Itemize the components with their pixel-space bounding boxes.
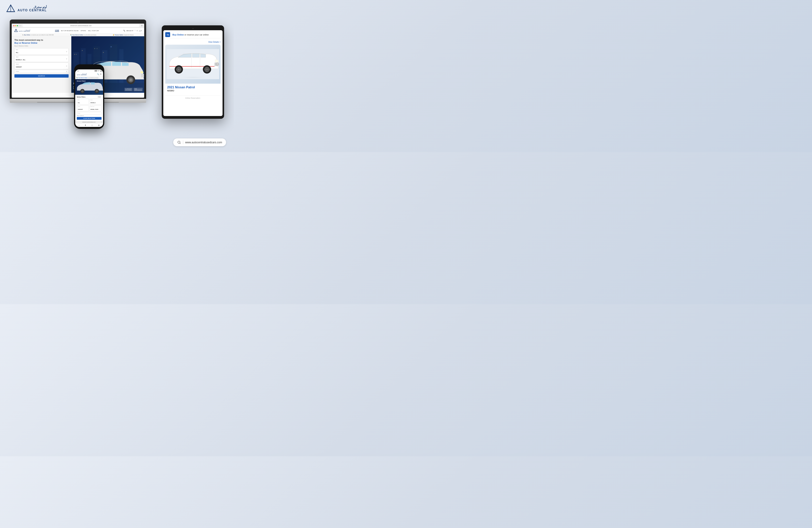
budget-arrow-icon: ∨	[66, 70, 67, 72]
phone-menu-icon[interactable]: ☰	[100, 73, 102, 75]
search-sidebar: The most convenient way to Buy or Reserv…	[12, 36, 71, 93]
phone-subnav-icon: 🏪	[76, 77, 78, 79]
filter-row-2: Variant VARIANT Model Year MODEL YEAR	[77, 105, 102, 111]
phone-url-text[interactable]: showroom.autocentraluae.com	[77, 122, 101, 123]
phone-back-btn[interactable]: ‹	[76, 122, 77, 123]
model-value: MODELS - ALL	[16, 59, 26, 60]
make-field[interactable]: Make ALL ∨	[14, 48, 69, 55]
search-button[interactable]: SEARCH	[14, 74, 69, 77]
finance-icon: 💰	[113, 34, 114, 35]
phone-back-nav-icon[interactable]: ‹	[79, 124, 79, 126]
wifi-icon: WiFi	[98, 70, 100, 72]
model-field[interactable]: Model MODELS - ALL ∨	[14, 55, 69, 62]
logo-arabic: أوتو سنترال	[17, 5, 47, 9]
phone-status-bar: 4:22 ▐▐▐ WiFi ▮▮	[75, 69, 103, 72]
filters-title: Refine Filters	[77, 96, 85, 98]
site-navigation: HOME BUY OR RESERVE ONLINE OFFERS SELL Y…	[55, 30, 99, 32]
tablet-device: 🛍 Buy Online or reserve your car online …	[162, 25, 224, 119]
phone-url-bar: ‹ showroom.autocentraluae.com ↻	[75, 121, 103, 123]
tablet-screen: 🛍 Buy Online or reserve your car online …	[163, 30, 222, 116]
browser-url-bar[interactable]: showroom.autocentraluae.com	[23, 24, 140, 27]
nav-buy-reserve[interactable]: BUY OR RESERVE ONLINE	[61, 30, 78, 31]
site-logo-english: AUTO CENTRAL	[19, 31, 30, 32]
svg-line-62	[180, 143, 180, 144]
hero-badges: AL MASAOODEXCLUSIVE★ FREEREGISTRATION	[124, 88, 143, 91]
sort-button[interactable]: Sort	[98, 96, 102, 98]
phone-variant-value: VARIANT	[78, 109, 83, 110]
phone-notch	[84, 66, 94, 69]
phone-search-icon[interactable]: 🔍	[97, 73, 99, 75]
signal-icon: ▐▐▐	[94, 70, 97, 72]
phone-model-field[interactable]: Model MODELS	[90, 99, 102, 105]
phone-bottom-nav: ‹ ⬆ □ ⊞	[75, 123, 103, 127]
subnav-finance-text: enquire for finance	[124, 34, 134, 35]
variant-arrow-icon: ∨	[66, 65, 67, 67]
phone-subnav: 🏪 Free Click & Collect on all vehicle pu…	[75, 76, 103, 79]
phone-logo-english: AUTO CENTRAL	[77, 74, 87, 75]
logo-icon	[6, 4, 16, 14]
phone-icon: 📞	[124, 30, 125, 31]
subnav-buy-text: or reserve your car online for only 1500…	[31, 34, 54, 35]
sidebar-heading: The most convenient way to Buy or Reserv…	[14, 39, 69, 45]
cart-icon: 🛍	[165, 32, 170, 37]
svg-point-61	[178, 141, 180, 143]
share-icon[interactable]: ⬆	[141, 25, 143, 27]
phone-time: 4:22	[77, 70, 79, 72]
back-button[interactable]: ‹	[19, 25, 19, 27]
view-details-row: View Details >	[165, 40, 221, 43]
car-card: ♡	[165, 45, 221, 101]
phone-make-field[interactable]: Make ALL	[77, 99, 89, 105]
budget-field[interactable]: Budget ∨	[14, 70, 69, 73]
browser-dots	[13, 25, 18, 26]
wishlist-heart-icon[interactable]: ♡	[216, 46, 219, 50]
phone-bookmark-nav-icon[interactable]: □	[91, 124, 93, 126]
tablet-header: 🛍 Buy Online or reserve your car online	[165, 32, 221, 39]
variant-field[interactable]: Variant VARIANT ∨	[14, 62, 69, 69]
view-details-link[interactable]: View Details >	[208, 41, 221, 43]
subnav-collect-text: on all vehicle purchases	[84, 34, 96, 35]
phone-filters-section: Refine Filters Sort Make ALL Model MODEL…	[75, 95, 103, 121]
site-contact: 📞 800 222 47 ♡ 0 عربي	[124, 30, 142, 31]
tablet-header-text: Buy Online or reserve your car online	[172, 33, 209, 36]
reservation-text: Online Reservation-	[165, 95, 221, 101]
phone-budget-field[interactable]: Budget	[77, 112, 102, 114]
budget-label: Budget	[16, 71, 67, 72]
wishlist-icon[interactable]: ♡	[134, 30, 136, 31]
filter-row-1: Make ALL Model MODELS	[77, 99, 102, 105]
phone-make-value: ALL	[78, 102, 80, 103]
battery-icon: ▮▮	[100, 70, 102, 72]
reserve-text: or reserve your car online	[184, 33, 209, 36]
nav-home[interactable]: HOME	[55, 30, 59, 32]
filters-header: Refine Filters Sort	[77, 96, 102, 98]
nav-offers[interactable]: OFFERS	[81, 30, 86, 31]
phone-number[interactable]: 800 222 47	[127, 30, 133, 31]
phone-model-year-field[interactable]: Model Year MODEL YEAR	[90, 105, 102, 111]
sidebar-heading-1: The most convenient way to	[14, 39, 43, 41]
bag-icon: 🛍	[166, 33, 169, 36]
phone-share-nav-icon[interactable]: ⬆	[85, 124, 86, 126]
car-info: 2021 Nissan Patrol NISMO	[165, 84, 221, 95]
phone-header-icons: 🔍 ☰	[97, 73, 102, 75]
nav-sell[interactable]: SELL YOUR CAR	[88, 30, 99, 31]
more-options-text[interactable]: More Options	[77, 115, 102, 116]
svg-point-58	[81, 90, 84, 92]
phone-refresh-icon[interactable]: ↻	[101, 122, 102, 123]
phone-make-label: Make	[78, 99, 88, 100]
minimize-dot	[15, 25, 16, 26]
car-svg	[166, 46, 219, 83]
car-full-name: 2021 Nissan Patrol	[167, 86, 219, 89]
language-toggle[interactable]: عربي	[139, 30, 142, 31]
svg-point-60	[96, 90, 98, 92]
phone-status-icons: ▐▐▐ WiFi ▮▮	[94, 70, 102, 72]
subnav-finance-highlight: Finance Option	[115, 34, 124, 35]
phone-tabs-nav-icon[interactable]: ⊞	[98, 124, 100, 126]
clear-selections-button[interactable]: CLEAR SELECTIONS	[77, 117, 102, 120]
phone-purchases-text: on all vehicle purchases	[88, 77, 98, 79]
variant-value: VARIANT	[16, 66, 22, 68]
subnav-collect: 🏪 Free Click & Collect on all vehicle pu…	[70, 34, 96, 35]
wishlist-count: 0	[137, 30, 137, 31]
phone-variant-field[interactable]: Variant VARIANT	[77, 105, 89, 111]
sidebar-subtitle: Buy or Reserve Online.	[14, 45, 69, 47]
phone-free-click-text: Free Click & Collect	[78, 77, 87, 79]
forward-button[interactable]: ›	[20, 25, 21, 27]
